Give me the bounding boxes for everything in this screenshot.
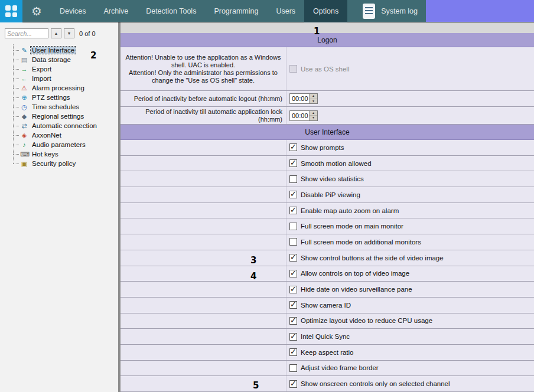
callout-1: 1: [314, 26, 320, 37]
app-launcher-button[interactable]: [0, 0, 22, 22]
checkbox-control-buttons-side[interactable]: [289, 254, 297, 262]
logout-period-label: Period of inactivity before automatic lo…: [121, 91, 286, 106]
settings-gear-button[interactable]: ⚙: [22, 0, 51, 22]
option-list: Show prompts Smooth motion allowed Show …: [121, 140, 534, 392]
option-row-spacer: [121, 218, 286, 234]
spin-down-icon[interactable]: [310, 99, 317, 104]
sidebar-item-label: Data storage: [31, 56, 72, 63]
sidebar-item-label: Automatic connection: [31, 122, 98, 129]
callout-3: 3: [250, 255, 256, 266]
sidebar-item-import[interactable]: ← Import: [13, 74, 118, 83]
option-label: Intel Quick Sync: [301, 333, 350, 340]
lock-period-row: Period of inactivity till automatic appl…: [121, 107, 534, 125]
sidebar-item-security-policy[interactable]: ▣ Security policy: [13, 159, 118, 168]
regional-settings-icon: ◆: [20, 112, 28, 120]
axxonnet-icon: ◈: [20, 131, 28, 139]
checkbox-hide-date[interactable]: [289, 286, 297, 293]
sidebar-item-user-interface[interactable]: ✎ User Interface: [13, 45, 118, 55]
sidebar-item-label: Security policy: [31, 160, 77, 167]
option-label: Show prompts: [301, 144, 344, 151]
ptz-settings-icon: ⊕: [20, 93, 28, 102]
spin-up-icon[interactable]: [310, 111, 317, 116]
sidebar-item-label: Audio parameters: [31, 141, 87, 148]
option-row-show-prompts: Show prompts: [121, 140, 534, 156]
option-label: Disable PiP viewing: [301, 191, 360, 198]
sidebar-item-label: AxxonNet: [31, 132, 63, 139]
system-log-button[interactable]: System log: [347, 0, 426, 22]
option-row-video-statistics: Show video statistics: [121, 171, 534, 187]
option-row-keep-aspect-ratio: Keep aspect ratio: [121, 345, 534, 361]
lock-period-value[interactable]: 00:00: [290, 111, 309, 120]
checkbox-intel-quick-sync[interactable]: [289, 333, 297, 341]
search-prev-button[interactable]: [51, 28, 61, 38]
checkbox-show-prompts[interactable]: [289, 143, 297, 151]
sidebar-item-label: Alarm processing: [31, 84, 86, 92]
option-row-map-auto-zoom: Enable map auto zoom on alarm: [121, 203, 534, 219]
sidebar-item-audio-parameters[interactable]: ♪ Audio parameters: [13, 140, 118, 149]
sidebar-item-automatic-connection[interactable]: ⇄ Automatic connection: [13, 121, 118, 130]
option-label: Full screen mode on additional monitors: [301, 239, 421, 246]
logout-period-input[interactable]: 00:00: [289, 93, 318, 104]
checkbox-fullscreen-main[interactable]: [289, 223, 297, 230]
search-input[interactable]: [5, 28, 48, 38]
checkbox-show-camera-id[interactable]: [289, 301, 297, 309]
checkbox-video-statistics[interactable]: [289, 175, 297, 183]
checkbox-fullscreen-additional[interactable]: [289, 238, 297, 246]
sidebar-item-regional-settings[interactable]: ◆ Regional settings: [13, 112, 118, 121]
option-row-disable-pip: Disable PiP viewing: [121, 187, 534, 203]
spin-down-icon[interactable]: [310, 115, 317, 120]
menu-item-programming[interactable]: Programming: [205, 0, 267, 22]
option-row-spacer: [121, 313, 286, 329]
checkbox-smooth-motion[interactable]: [289, 159, 297, 167]
option-row-spacer: [121, 234, 286, 250]
option-row-onscreen-controls-selected: Show onscreen controls only on selected …: [121, 376, 534, 392]
callout-4: 4: [250, 271, 256, 282]
sidebar-item-data-storage[interactable]: ▤ Data storage: [13, 55, 118, 64]
sidebar-item-label: Regional settings: [31, 113, 85, 120]
checkbox-map-auto-zoom[interactable]: [289, 207, 297, 214]
checkbox-disable-pip[interactable]: [289, 191, 297, 198]
system-log-label: System log: [381, 7, 418, 15]
checkbox-onscreen-controls-selected[interactable]: [289, 380, 297, 388]
os-shell-row: Attention! Unable to use the application…: [121, 47, 534, 91]
checkbox-optimize-layout[interactable]: [289, 317, 297, 325]
option-row-adjust-frame-border: Adjust video frame border: [121, 361, 534, 377]
sidebar-item-alarm-processing[interactable]: ⚠ Alarm processing: [13, 83, 118, 93]
logout-period-value[interactable]: 00:00: [290, 94, 309, 103]
spin-up-icon[interactable]: [310, 94, 317, 99]
sidebar-item-label: Import: [31, 75, 53, 82]
sidebar-item-axxonnet[interactable]: ◈ AxxonNet: [13, 130, 118, 140]
option-row-spacer: [121, 376, 286, 391]
callout-5: 5: [253, 380, 259, 391]
option-label: Enable map auto zoom on alarm: [301, 207, 399, 214]
sidebar-item-ptz-settings[interactable]: ⊕ PTZ settings: [13, 93, 118, 102]
menu-item-archive[interactable]: Archive: [95, 0, 137, 22]
sidebar-item-label: PTZ settings: [31, 94, 71, 101]
lock-period-input[interactable]: 00:00: [289, 110, 318, 121]
sidebar-item-time-schedules[interactable]: ◷ Time schedules: [13, 102, 118, 112]
option-label: Smooth motion allowed: [301, 160, 372, 167]
automatic-connection-icon: ⇄: [20, 122, 28, 130]
security-policy-icon: ▣: [20, 159, 28, 168]
checkbox-adjust-frame-border[interactable]: [289, 364, 297, 372]
callout-2: 2: [90, 50, 96, 61]
checkbox-controls-on-top[interactable]: [289, 270, 297, 277]
option-row-fullscreen-main: Full screen mode on main monitor: [121, 218, 534, 234]
search-next-button[interactable]: [64, 28, 74, 38]
sidebar-item-hot-keys[interactable]: ⌨ Hot keys: [13, 149, 118, 159]
menu-item-devices[interactable]: Devices: [51, 0, 95, 22]
logout-period-row: Period of inactivity before automatic lo…: [121, 91, 534, 107]
data-storage-icon: ▤: [20, 55, 28, 64]
sidebar-item-label: User Interface: [31, 47, 76, 54]
settings-tree: ✎ User Interface ▤ Data storage → Export…: [13, 45, 118, 168]
menu-item-users[interactable]: Users: [267, 0, 304, 22]
option-row-spacer: [121, 250, 286, 266]
option-label: Show camera ID: [301, 302, 351, 309]
option-row-intel-quick-sync: Intel Quick Sync: [121, 329, 534, 345]
checkbox-keep-aspect-ratio[interactable]: [289, 348, 297, 356]
option-row-controls-on-top: Allow controls on top of video image: [121, 266, 534, 282]
attention-text: Attention! Unable to use the application…: [121, 47, 286, 90]
sidebar-item-export[interactable]: → Export: [13, 64, 118, 74]
menu-item-options[interactable]: Options: [304, 0, 347, 22]
menu-item-detection-tools[interactable]: Detection Tools: [137, 0, 205, 22]
